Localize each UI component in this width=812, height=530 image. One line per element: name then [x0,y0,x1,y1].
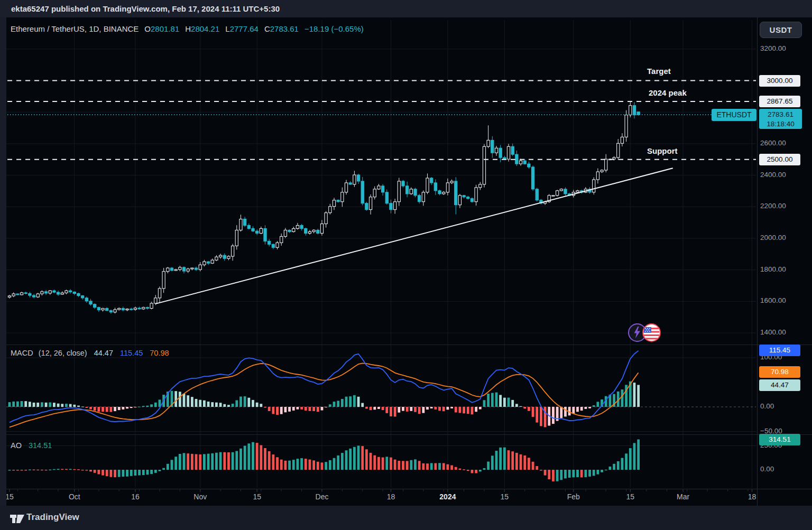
time-axis-label: Nov [193,492,207,501]
macd-line-value: 115.45 [120,349,143,357]
time-axis-label: Oct [69,492,80,501]
currency-toggle-button[interactable]: USDT [760,22,802,38]
high-value: 2804.21 [191,24,219,33]
price-axis-tick[interactable]: 2200.00 [760,202,808,210]
us-flag-icon[interactable] [642,323,661,342]
price-axis-tick[interactable]: 1400.00 [760,328,808,336]
published-text: ekta65247 published on TradingView.com, … [11,4,280,13]
macd-params: (12, 26, close) [39,349,87,357]
macd-title[interactable]: MACD [11,349,33,357]
time-axis-label: 16 [131,492,140,501]
pane-separator[interactable] [6,434,812,435]
price-level-badge: 3000.00 [759,75,800,87]
symbol-legend[interactable]: Ethereum / TetherUS, 1D, BINANCEO2801.81… [11,24,364,33]
chart-widget[interactable] [6,17,812,506]
macd-value-badge: 115.45 [759,345,800,356]
time-axis-label: Feb [567,492,580,501]
low-label: L [225,24,229,33]
close-value: 2783.61 [270,24,299,33]
close-label: C [264,24,270,33]
current-price-badge: 2783.61 18:18:40 [759,109,802,129]
tradingview-wordmark[interactable]: TradingView [26,512,79,523]
macd-axis-tick[interactable]: 0.00 [760,402,808,410]
time-axis-label: 2024 [439,492,456,501]
price-axis-border [757,17,758,506]
time-axis-label: 15 [253,492,261,501]
high-label: H [185,24,191,33]
low-value: 2777.64 [230,24,259,33]
price-axis-tick[interactable]: 1800.00 [760,265,808,273]
macd-value-badge: 44.47 [759,379,800,391]
symbol-price-label: ETHUSDT [712,109,756,121]
time-axis-label: 18 [387,492,395,501]
time-axis[interactable]: 15Oct16Nov15Dec18202415Feb15Mar18 [6,489,757,506]
ao-value: 314.51 [29,441,52,450]
price-level-badge: 2500.00 [759,154,800,165]
time-axis-label: Mar [677,492,689,501]
bar-countdown: 18:18:40 [759,119,802,129]
time-axis-label: Dec [316,492,329,501]
pane-separator[interactable] [6,345,812,345]
macd-value-badge: 70.98 [759,366,800,378]
footer-bar: TradingView [0,506,812,530]
macd-legend[interactable]: MACD (12, 26, close) 44.47 115.45 70.98 [11,349,169,357]
ao-value-badge: 314.51 [759,434,800,445]
ao-title[interactable]: AO [11,441,22,450]
ao-axis-tick[interactable]: 0.00 [760,465,808,473]
tradingview-published-chart: ekta65247 published on TradingView.com, … [0,0,812,530]
symbol-title[interactable]: Ethereum / TetherUS, 1D, BINANCE [11,24,139,33]
price-level-badge: 2867.65 [759,96,800,107]
time-axis-label: 15 [626,492,634,501]
flag-icon [643,324,659,340]
support-annotation[interactable]: Support [647,146,678,155]
open-value: 2801.81 [151,24,179,33]
price-axis-tick[interactable]: 2000.00 [760,234,808,241]
ao-legend[interactable]: AO 314.51 [11,441,52,450]
macd-hist-value: 44.47 [94,349,113,357]
current-price: 2783.61 [759,110,802,119]
price-axis-tick[interactable]: 2400.00 [760,171,808,179]
price-axis-tick[interactable]: 3200.00 [760,44,808,52]
tradingview-logo-icon[interactable] [10,513,25,524]
macd-signal-value: 70.98 [150,349,169,357]
time-axis-label: 15 [6,492,14,501]
target-annotation[interactable]: Target [647,67,671,76]
published-bar: ekta65247 published on TradingView.com, … [0,0,812,17]
peak-annotation[interactable]: 2024 peak [649,88,687,97]
price-axis-tick[interactable]: 2600.00 [760,139,808,147]
time-axis-label: 15 [501,492,509,501]
time-axis-label: 18 [748,492,756,501]
open-label: O [144,24,151,33]
change-value: −18.19 (−0.65%) [304,24,364,33]
price-axis-tick[interactable]: 1600.00 [760,296,808,304]
